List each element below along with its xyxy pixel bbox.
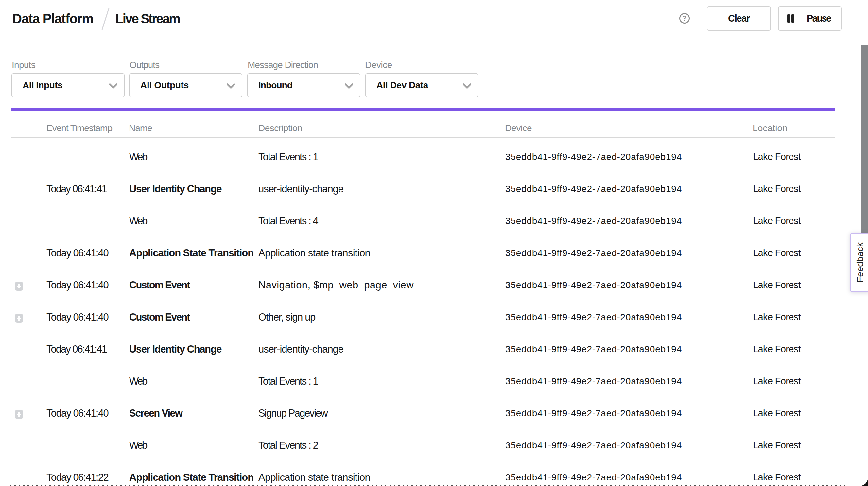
svg-text:?: ? [682, 14, 686, 22]
